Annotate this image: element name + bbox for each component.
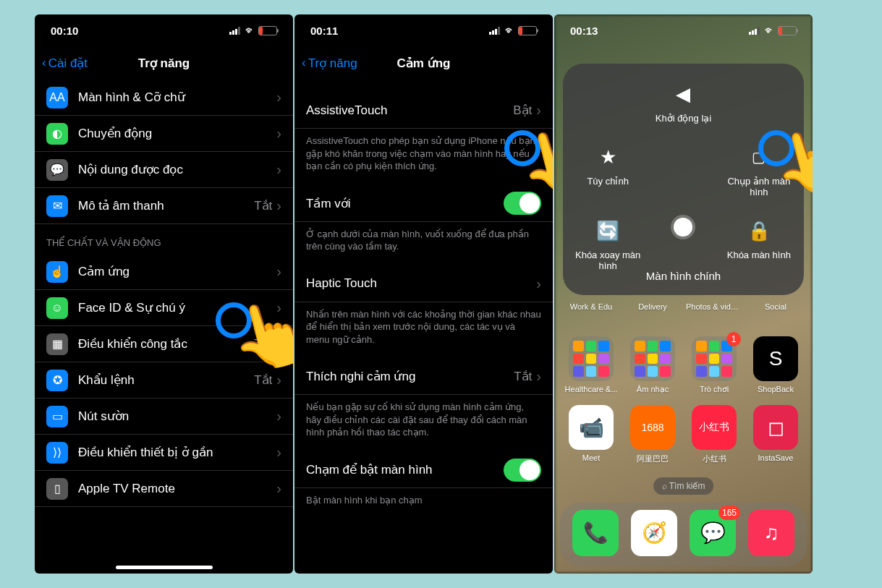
dock: 📞🧭💬165♫ [560,503,807,566]
chevron-right-icon: › [276,161,281,178]
battery-icon [258,26,277,35]
at-label: Tùy chỉnh [587,176,628,187]
restart-icon: ◀ [670,81,696,107]
at-home[interactable] [647,218,719,271]
dock-app[interactable]: ♫ [748,510,794,556]
nav-header: ‹ Trợ năng Cảm ứng [294,46,553,80]
battery-icon [518,26,537,35]
app-label: Social [765,302,786,311]
settings-row[interactable]: 💬 Nội dung được đọc › [35,152,293,188]
home-indicator[interactable] [116,566,213,569]
toggle-switch[interactable] [504,192,541,215]
status-bar: 00:10 ᯤ [35,14,293,46]
app[interactable]: ◻InstaSave [747,405,804,464]
wifi-icon: ᯤ [765,25,775,36]
search-pill[interactable]: ⌕ Tìm kiếm [653,477,714,495]
app-label: InstaSave [758,453,794,462]
settings-row[interactable]: AssistiveTouchBật› [294,93,553,129]
app-icon: ◻ [753,405,798,450]
time: 00:10 [51,25,78,37]
back-label: Cài đặt [48,56,88,71]
row-value: Tắt [514,369,532,384]
back-button[interactable]: ‹ Trợ năng [302,56,357,71]
settings-row[interactable]: ◐ Chuyển động › [35,116,293,152]
dock-app[interactable]: 📞 [572,510,619,556]
app-icon: 小红书 [692,405,737,450]
status-icons: ᯤ [229,25,277,36]
row-label: Haptic Touch [306,276,536,291]
row-icon: ☺ [46,297,68,319]
app-icon: S [753,336,798,381]
settings-row[interactable]: AA Màn hình & Cỡ chữ › [35,80,293,116]
toggle-switch[interactable] [504,459,541,482]
settings-row[interactable]: ▦ Điều khiển công tắc Tắt › [35,326,293,362]
app-label: ShopBack [758,385,794,393]
app[interactable]: Âm nhạc [624,336,681,394]
dock-app[interactable]: 💬165 [690,510,736,556]
status-icons: ᯤ [749,25,797,36]
row-label: Chạm để bật màn hình [306,462,504,477]
chevron-right-icon: › [536,276,541,292]
at-lock[interactable]: 🔒 Khóa màn hình [723,218,795,271]
row-label: Chuyển động [78,126,276,141]
status-bar: 00:13 ᯤ [554,14,813,46]
chevron-right-icon: › [276,125,281,142]
row-label: Nút sườn [78,409,276,424]
settings-row[interactable]: ☝ Cảm ứng › [35,254,293,290]
settings-row[interactable]: ▭ Nút sườn › [35,399,293,435]
footer-text: AssistiveTouch cho phép bạn sử dụng iPho… [294,129,553,186]
app[interactable]: 1Trò chơi [686,336,742,394]
chevron-right-icon: › [276,336,281,352]
folder-icon [630,336,675,381]
nav-header: ‹ Cài đặt Trợ năng [35,46,293,80]
row-label: Face ID & Sự chú ý [78,300,276,315]
badge: 1 [726,332,741,346]
at-restart[interactable]: ◀ Khởi động lại [647,81,719,124]
at-screenshot[interactable]: ▢ Chụp ảnh màn hình [723,144,795,197]
app[interactable]: SShopBack [747,336,804,394]
app-label: Trò chơi [700,385,729,394]
at-rotation-lock[interactable]: 🔄 Khóa xoay màn hình [572,218,644,271]
app[interactable]: Work & Edu [563,302,619,311]
settings-row[interactable]: ✉ Mô tả âm thanh Tắt › [35,188,293,224]
folder-icon: 1 [692,336,737,381]
app-icon: 📹 [569,405,614,450]
settings-row[interactable]: ☺ Face ID & Sự chú ý › [35,290,293,326]
dock-app[interactable]: 🧭 [631,510,677,556]
chevron-right-icon: › [536,102,541,119]
settings-row[interactable]: Haptic Touch› [294,266,553,302]
screenshot-icon: ▢ [746,144,772,170]
settings-row[interactable]: Chạm để bật màn hình [294,452,553,488]
app[interactable]: 📹Meet [563,405,619,464]
settings-row[interactable]: ⟩⟩ Điều khiển thiết bị ở gần › [35,435,293,471]
chevron-right-icon: › [276,372,281,388]
row-value: Tắt [254,198,272,213]
row-icon: ✪ [46,370,68,391]
row-label: Nội dung được đọc [78,162,276,177]
app[interactable]: Healthcare &... [563,336,619,394]
section-header-physical: THỂ CHẤT VÀ VẬN ĐỘNG [35,224,293,254]
app[interactable]: Social [747,302,804,311]
search-label: Tìm kiếm [669,481,705,491]
at-custom[interactable]: ★ Tùy chỉnh [572,144,644,197]
app[interactable]: 1688阿里巴巴 [624,405,681,464]
back-button[interactable]: ‹ Cài đặt [42,56,88,71]
lock-icon: 🔒 [746,218,772,244]
chevron-right-icon: › [536,368,541,385]
app[interactable]: Delivery [624,302,681,311]
chevron-right-icon: › [276,197,281,214]
footer-text: Ở cạnh dưới của màn hình, vuốt xuống để … [294,222,553,266]
app[interactable]: 小红书小红书 [686,405,742,464]
row-value: Tắt [254,336,272,351]
app[interactable]: Photos & videos [686,302,742,311]
row-icon: ▯ [46,478,68,500]
signal-icon [489,26,502,35]
settings-row[interactable]: Thích nghi cảm ứngTắt› [294,359,553,395]
footer-text: Nếu bạn gặp sự cố khi sử dụng màn hình c… [294,395,553,452]
app-label: Photos & videos [686,302,742,311]
settings-row[interactable]: ✪ Khẩu lệnh Tắt › [35,362,293,399]
row-label: Apple TV Remote [78,482,276,496]
settings-row[interactable]: Tầm với [294,186,553,222]
row-label: Cảm ứng [78,264,276,279]
settings-row[interactable]: ▯ Apple TV Remote › [35,471,293,507]
